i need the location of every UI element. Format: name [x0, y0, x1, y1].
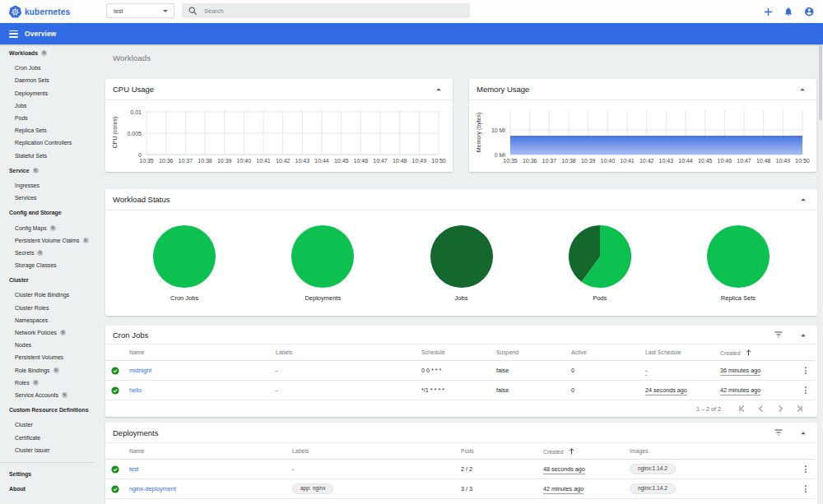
search-bar[interactable] [182, 3, 470, 18]
account-circle-icon[interactable] [803, 6, 815, 17]
cell-name: test [125, 460, 288, 479]
sidebar-group-config-and-storage[interactable]: Config and Storage [0, 206, 99, 219]
svg-text:10:39: 10:39 [581, 158, 596, 164]
sidebar-item-cluster-role-bindings[interactable]: Cluster Role Bindings [0, 289, 99, 301]
menu-hamburger-icon[interactable] [9, 30, 18, 38]
column-header-suspend[interactable]: Suspend [492, 344, 567, 361]
sidebar-group-service[interactable]: ServiceN [0, 164, 99, 177]
collapse-caret-icon[interactable] [799, 87, 806, 91]
sidebar-item-service-accounts[interactable]: Service AccountsN [0, 389, 99, 401]
cell-suspend: false [492, 361, 567, 381]
sidebar-item-deployments[interactable]: Deployments [0, 87, 99, 99]
collapse-caret-icon[interactable] [800, 333, 807, 337]
workload-pie-jobs: Jobs [392, 210, 530, 315]
sidebar-item-roles[interactable]: RolesN [0, 377, 99, 389]
sidebar-group-custom-resource-definitions[interactable]: Custom Resource Definitions [0, 404, 99, 416]
column-header-active[interactable]: Active [567, 344, 641, 361]
search-input[interactable] [204, 7, 435, 15]
sidebar-item-cluster[interactable]: Cluster [0, 418, 99, 431]
filter-icon[interactable] [774, 331, 783, 338]
previous-page-button[interactable] [756, 404, 766, 414]
scrollbar-thumb[interactable] [819, 46, 822, 120]
cell-labels: - [288, 460, 457, 479]
sidebar-item-replication-controllers[interactable]: Replication Controllers [0, 136, 99, 149]
column-header-labels[interactable]: Labels [288, 443, 457, 460]
create-resource-button[interactable] [762, 6, 774, 17]
vertical-scrollbar[interactable] [817, 44, 823, 504]
pie-label: Cron Jobs [170, 294, 198, 302]
table-row: midnight-0 0 * * *false0-36 minutes ago [105, 361, 815, 381]
svg-text:10:47: 10:47 [373, 158, 388, 164]
collapse-caret-icon[interactable] [800, 197, 807, 201]
sidebar-item-replica-sets[interactable]: Replica Sets [0, 124, 99, 136]
first-page-button[interactable] [737, 404, 747, 414]
brand-wordmark: kubernetes [25, 7, 70, 16]
svg-text:10:41: 10:41 [620, 158, 635, 164]
sidebar-item-persistent-volume-claims[interactable]: Persistent Volume ClaimsN [0, 234, 99, 247]
row-menu-icon[interactable] [805, 367, 807, 375]
sidebar-item-ingresses[interactable]: Ingresses [0, 179, 99, 192]
column-header-created[interactable]: Created [539, 443, 625, 460]
svg-text:10:37: 10:37 [179, 158, 193, 164]
filter-icon[interactable] [774, 429, 783, 436]
sidebar-item-services[interactable]: Services [0, 192, 99, 204]
sidebar-item-storage-classes[interactable]: Storage Classes [0, 259, 99, 271]
sidebar-item-namespaces[interactable]: Namespaces [0, 314, 99, 326]
column-header-name[interactable]: Name [125, 443, 288, 460]
row-menu-icon[interactable] [805, 485, 807, 493]
column-header-schedule[interactable]: Schedule [417, 344, 492, 361]
sidebar-item-certificate[interactable]: Certificate [0, 431, 99, 443]
column-header-labels[interactable]: Labels [272, 344, 417, 361]
svg-text:0.005: 0.005 [127, 131, 142, 136]
resource-link[interactable]: test [129, 465, 139, 473]
column-header-last-schedule[interactable]: Last Schedule [641, 344, 716, 361]
namespace-select[interactable]: test [106, 3, 174, 18]
sidebar-item-persistent-volumes[interactable]: Persistent Volumes [0, 351, 99, 363]
sidebar-group-cluster[interactable]: Cluster [0, 274, 99, 286]
last-page-button[interactable] [793, 404, 804, 414]
svg-text:CPU (cores): CPU (cores) [112, 117, 119, 149]
svg-text:10:42: 10:42 [276, 158, 291, 164]
column-header-created[interactable]: Created [716, 344, 795, 361]
sidebar-item-pods[interactable]: Pods [0, 112, 99, 124]
row-menu-icon[interactable] [805, 386, 807, 395]
label-chip: app: nginx [292, 483, 333, 494]
sidebar-item-secrets[interactable]: SecretsN [0, 247, 99, 259]
next-page-button[interactable] [774, 404, 785, 414]
row-menu-icon[interactable] [805, 465, 807, 474]
sidebar-item-cluster-roles[interactable]: Cluster Roles [0, 302, 99, 314]
sidebar-item-network-policies[interactable]: Network PoliciesN [0, 326, 99, 339]
sidebar-item-cluster-issuer[interactable]: Cluster Issuer [0, 444, 99, 456]
column-header-pods[interactable]: Pods [457, 443, 539, 460]
cpu-usage-chart: 00.0050.0110:3510:3610:3710:3810:3910:40… [105, 100, 453, 172]
kubernetes-logo[interactable]: kubernetes [8, 5, 99, 19]
notifications-bell-icon[interactable] [783, 6, 794, 17]
sidebar-item-cron-jobs[interactable]: Cron Jobs [0, 62, 99, 74]
resource-link[interactable]: hello [129, 386, 142, 394]
svg-text:10:49: 10:49 [412, 158, 427, 164]
svg-text:10:38: 10:38 [561, 158, 576, 164]
collapse-caret-icon[interactable] [800, 431, 807, 435]
cell-actions [795, 361, 815, 381]
image-chip: nginx:1.14.2 [630, 483, 676, 494]
svg-text:0 Mi: 0 Mi [495, 152, 506, 158]
cell-actions [795, 381, 815, 400]
sidebar-item-daemon-sets[interactable]: Daemon Sets [0, 74, 99, 86]
sidebar-item-config-maps[interactable]: Config MapsN [0, 221, 99, 234]
sidebar-nav: WorkloadsNCron JobsDaemon SetsDeployment… [0, 44, 99, 504]
sidebar-group-workloads[interactable]: WorkloadsN [0, 47, 99, 59]
resource-link[interactable]: nginx-deployment [129, 485, 176, 492]
sidebar-item-about[interactable]: About [0, 483, 99, 495]
resource-link[interactable]: midnight [129, 367, 151, 374]
namespaced-badge: N [37, 250, 43, 256]
sidebar-item-jobs[interactable]: Jobs [0, 99, 99, 112]
sidebar-item-settings[interactable]: Settings [0, 468, 99, 480]
cron-jobs-card: Cron Jobs NameLabelsScheduleSuspendActiv… [105, 326, 817, 417]
sidebar-item-role-bindings[interactable]: Role BindingsN [0, 364, 99, 377]
sidebar-item-nodes[interactable]: Nodes [0, 339, 99, 351]
column-header-name[interactable]: Name [125, 344, 272, 361]
collapse-caret-icon[interactable] [435, 87, 442, 91]
column-header-images[interactable]: Images [625, 443, 795, 460]
cell-created: 42 minutes ago [716, 381, 795, 400]
sidebar-item-stateful-sets[interactable]: Stateful Sets [0, 150, 99, 162]
